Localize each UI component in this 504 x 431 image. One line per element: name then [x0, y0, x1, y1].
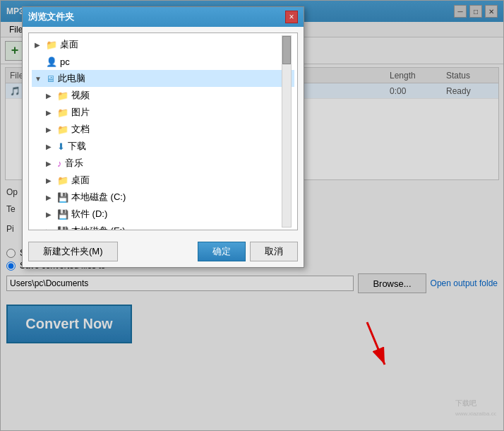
new-folder-button[interactable]: 新建文件夹(M): [28, 242, 118, 261]
tree-item-label: 此电脑: [58, 72, 85, 85]
list-item[interactable]: ▶ ⬇ 下载: [32, 138, 294, 155]
chevron-right-icon: ▶: [46, 194, 54, 201]
list-item[interactable]: ▼ 🖥 此电脑: [32, 70, 294, 87]
tree-item-label: 图片: [71, 106, 90, 119]
tree-item-label: 本地磁盘 (E:): [71, 225, 126, 230]
list-item[interactable]: ▶ 💾 软件 (D:): [32, 206, 294, 223]
dialog-close-button[interactable]: ×: [285, 11, 298, 23]
folder-icon: 📁: [57, 124, 68, 135]
chevron-right-icon: ▶: [46, 177, 54, 184]
tree-item-label: 视频: [71, 89, 90, 102]
scrollbar-thumb[interactable]: [282, 36, 291, 64]
tree-item-label: pc: [60, 57, 70, 67]
chevron-right-icon: ▶: [46, 160, 54, 167]
chevron-right-icon: ▶: [46, 92, 54, 100]
chevron-right-icon: ▶: [46, 143, 54, 150]
chevron-right-icon: ▶: [46, 126, 54, 134]
drive-icon: 💾: [57, 209, 68, 220]
chevron-right-icon: ▶: [46, 228, 54, 231]
dialog-footer: 新建文件夹(M) 确定 取消: [23, 236, 304, 267]
tree-item-label: 桌面: [60, 38, 78, 51]
list-item[interactable]: ▶ 📁 文档: [32, 121, 294, 138]
music-icon: ♪: [57, 158, 62, 169]
drive-icon: 💾: [57, 226, 68, 231]
folder-tree[interactable]: ▶ 📁 桌面 👤 pc ▼ 🖥 此电脑: [28, 33, 298, 230]
dialog-title-bar: 浏览文件夹 ×: [23, 7, 304, 27]
scrollbar-track: [282, 35, 292, 228]
list-item[interactable]: 👤 pc: [32, 53, 294, 70]
tree-wrapper: ▶ 📁 桌面 👤 pc ▼ 🖥 此电脑: [28, 33, 298, 230]
dialog-body: ▶ 📁 桌面 👤 pc ▼ 🖥 此电脑: [23, 27, 304, 236]
tree-item-label: 本地磁盘 (C:): [71, 191, 126, 203]
dialog-ok-button[interactable]: 确定: [198, 242, 246, 261]
dialog-action-buttons: 确定 取消: [198, 242, 298, 261]
list-item[interactable]: ▶ 📁 视频: [32, 87, 294, 104]
computer-icon: 🖥: [46, 73, 55, 84]
drive-icon: 💾: [57, 192, 68, 203]
folder-icon: 📁: [57, 107, 68, 118]
list-item[interactable]: ▶ 📁 桌面: [32, 172, 294, 189]
chevron-right-icon: ▶: [35, 41, 43, 49]
list-item[interactable]: ▶ 📁 桌面: [32, 36, 294, 53]
folder-icon: 📁: [46, 40, 57, 50]
tree-item-label: 下载: [68, 140, 86, 153]
main-window: MP3 Speed Changer - UNREGISTERED - 30 DA…: [0, 0, 504, 431]
person-icon: 👤: [46, 57, 57, 67]
tree-item-label: 文档: [71, 123, 90, 136]
list-item[interactable]: ▶ 💾 本地磁盘 (C:): [32, 189, 294, 206]
folder-icon: 📁: [57, 175, 68, 186]
browse-folder-dialog: 浏览文件夹 × ▶ 📁 桌面 👤 pc: [22, 6, 304, 268]
chevron-right-icon: ▶: [46, 109, 54, 117]
dialog-title: 浏览文件夹: [28, 11, 74, 23]
download-icon: ⬇: [57, 141, 65, 152]
list-item[interactable]: ▶ 💾 本地磁盘 (E:): [32, 223, 294, 230]
list-item[interactable]: ▶ ♪ 音乐: [32, 155, 294, 172]
tree-item-label: 软件 (D:): [71, 208, 107, 220]
chevron-down-icon: ▼: [35, 75, 43, 83]
list-item[interactable]: ▶ 📁 图片: [32, 104, 294, 121]
dialog-cancel-button[interactable]: 取消: [250, 242, 298, 261]
folder-icon: 📁: [57, 90, 68, 101]
tree-item-label: 音乐: [65, 157, 83, 170]
chevron-right-icon: ▶: [46, 211, 54, 218]
tree-item-label: 桌面: [71, 174, 90, 187]
